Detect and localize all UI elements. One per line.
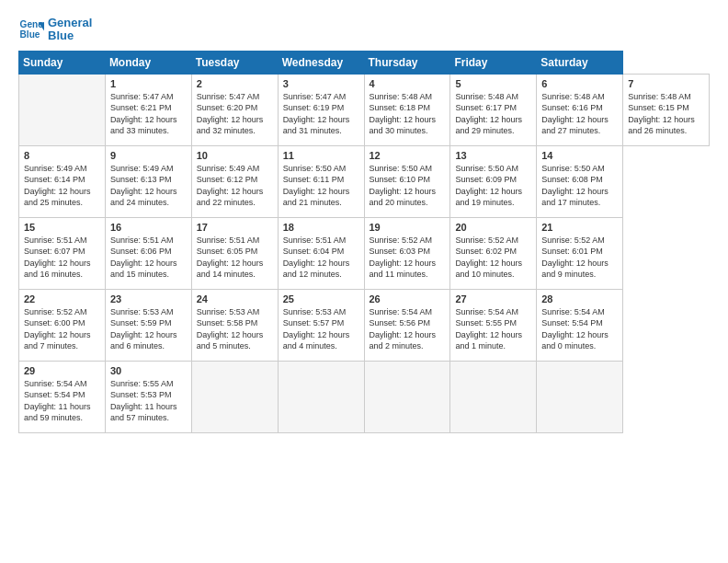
calendar-cell bbox=[19, 74, 106, 145]
day-number: 26 bbox=[370, 293, 446, 304]
calendar-week-3: 15Sunrise: 5:51 AMSunset: 6:07 PMDayligh… bbox=[19, 217, 710, 289]
day-number: 16 bbox=[110, 222, 187, 233]
day-info: Sunrise: 5:49 AMSunset: 6:13 PMDaylight:… bbox=[110, 163, 187, 209]
day-number: 10 bbox=[197, 150, 273, 161]
calendar-header-wednesday: Wednesday bbox=[278, 51, 364, 74]
calendar-week-1: 1Sunrise: 5:47 AMSunset: 6:21 PMDaylight… bbox=[19, 74, 710, 145]
calendar-header-saturday: Saturday bbox=[537, 51, 623, 74]
day-info: Sunrise: 5:48 AMSunset: 6:18 PMDaylight:… bbox=[370, 91, 446, 137]
day-info: Sunrise: 5:51 AMSunset: 6:04 PMDaylight:… bbox=[283, 235, 359, 281]
day-info: Sunrise: 5:54 AMSunset: 5:54 PMDaylight:… bbox=[541, 306, 618, 352]
calendar-header-tuesday: Tuesday bbox=[191, 51, 278, 74]
calendar-header-friday: Friday bbox=[450, 51, 537, 74]
day-info: Sunrise: 5:52 AMSunset: 6:00 PMDaylight:… bbox=[24, 306, 100, 352]
day-info: Sunrise: 5:47 AMSunset: 6:19 PMDaylight:… bbox=[283, 91, 359, 137]
calendar-header-sunday: Sunday bbox=[19, 51, 106, 74]
logo-line1: General bbox=[48, 17, 92, 29]
day-number: 28 bbox=[541, 293, 618, 304]
day-info: Sunrise: 5:47 AMSunset: 6:21 PMDaylight:… bbox=[110, 91, 187, 137]
calendar-table: SundayMondayTuesdayWednesdayThursdayFrid… bbox=[18, 51, 710, 433]
day-info: Sunrise: 5:54 AMSunset: 5:55 PMDaylight:… bbox=[455, 306, 531, 352]
calendar-week-5: 29Sunrise: 5:54 AMSunset: 5:54 PMDayligh… bbox=[19, 361, 710, 432]
calendar-cell bbox=[537, 361, 623, 432]
day-info: Sunrise: 5:48 AMSunset: 6:15 PMDaylight:… bbox=[628, 91, 704, 137]
calendar-cell: 3Sunrise: 5:47 AMSunset: 6:19 PMDaylight… bbox=[278, 74, 364, 145]
day-info: Sunrise: 5:50 AMSunset: 6:11 PMDaylight:… bbox=[283, 163, 359, 209]
day-info: Sunrise: 5:55 AMSunset: 5:53 PMDaylight:… bbox=[110, 378, 187, 424]
day-number: 14 bbox=[541, 150, 618, 161]
day-number: 23 bbox=[110, 293, 187, 304]
day-info: Sunrise: 5:51 AMSunset: 6:05 PMDaylight:… bbox=[197, 235, 273, 281]
day-number: 6 bbox=[541, 78, 618, 89]
day-number: 27 bbox=[455, 293, 531, 304]
day-number: 9 bbox=[110, 150, 187, 161]
day-info: Sunrise: 5:53 AMSunset: 5:59 PMDaylight:… bbox=[110, 306, 187, 352]
day-number: 7 bbox=[628, 78, 704, 89]
calendar-cell: 12Sunrise: 5:50 AMSunset: 6:10 PMDayligh… bbox=[364, 145, 450, 217]
header: General Blue General Blue bbox=[18, 17, 710, 43]
calendar-week-4: 22Sunrise: 5:52 AMSunset: 6:00 PMDayligh… bbox=[19, 289, 710, 361]
day-number: 12 bbox=[370, 150, 446, 161]
calendar-cell: 9Sunrise: 5:49 AMSunset: 6:13 PMDaylight… bbox=[105, 145, 191, 217]
day-info: Sunrise: 5:52 AMSunset: 6:02 PMDaylight:… bbox=[455, 235, 531, 281]
day-number: 1 bbox=[110, 78, 187, 89]
calendar-cell: 27Sunrise: 5:54 AMSunset: 5:55 PMDayligh… bbox=[450, 289, 537, 361]
calendar-cell: 10Sunrise: 5:49 AMSunset: 6:12 PMDayligh… bbox=[191, 145, 278, 217]
calendar-header-thursday: Thursday bbox=[364, 51, 450, 74]
calendar-cell: 22Sunrise: 5:52 AMSunset: 6:00 PMDayligh… bbox=[19, 289, 106, 361]
calendar-cell bbox=[450, 361, 537, 432]
day-info: Sunrise: 5:51 AMSunset: 6:06 PMDaylight:… bbox=[110, 235, 187, 281]
calendar-cell bbox=[278, 361, 364, 432]
day-info: Sunrise: 5:49 AMSunset: 6:12 PMDaylight:… bbox=[197, 163, 273, 209]
calendar-cell: 6Sunrise: 5:48 AMSunset: 6:16 PMDaylight… bbox=[537, 74, 623, 145]
day-number: 21 bbox=[541, 222, 618, 233]
day-number: 5 bbox=[455, 78, 531, 89]
logo-line2: Blue bbox=[48, 29, 92, 42]
calendar-cell: 23Sunrise: 5:53 AMSunset: 5:59 PMDayligh… bbox=[105, 289, 191, 361]
calendar-cell: 13Sunrise: 5:50 AMSunset: 6:09 PMDayligh… bbox=[450, 145, 537, 217]
day-info: Sunrise: 5:54 AMSunset: 5:54 PMDaylight:… bbox=[24, 378, 100, 424]
svg-text:Blue: Blue bbox=[20, 30, 40, 40]
day-info: Sunrise: 5:50 AMSunset: 6:08 PMDaylight:… bbox=[541, 163, 618, 209]
calendar-cell: 1Sunrise: 5:47 AMSunset: 6:21 PMDaylight… bbox=[105, 74, 191, 145]
calendar-cell: 15Sunrise: 5:51 AMSunset: 6:07 PMDayligh… bbox=[19, 217, 106, 289]
calendar-cell: 25Sunrise: 5:53 AMSunset: 5:57 PMDayligh… bbox=[278, 289, 364, 361]
calendar-cell: 26Sunrise: 5:54 AMSunset: 5:56 PMDayligh… bbox=[364, 289, 450, 361]
day-number: 8 bbox=[24, 150, 100, 161]
calendar-cell: 16Sunrise: 5:51 AMSunset: 6:06 PMDayligh… bbox=[105, 217, 191, 289]
day-info: Sunrise: 5:49 AMSunset: 6:14 PMDaylight:… bbox=[24, 163, 100, 209]
calendar-cell: 8Sunrise: 5:49 AMSunset: 6:14 PMDaylight… bbox=[19, 145, 106, 217]
day-number: 2 bbox=[197, 78, 273, 89]
calendar-cell: 17Sunrise: 5:51 AMSunset: 6:05 PMDayligh… bbox=[191, 217, 278, 289]
day-number: 29 bbox=[24, 365, 100, 376]
day-number: 20 bbox=[455, 222, 531, 233]
day-number: 11 bbox=[283, 150, 359, 161]
calendar-cell bbox=[191, 361, 278, 432]
day-number: 25 bbox=[283, 293, 359, 304]
day-number: 18 bbox=[283, 222, 359, 233]
day-number: 4 bbox=[370, 78, 446, 89]
day-info: Sunrise: 5:52 AMSunset: 6:01 PMDaylight:… bbox=[541, 235, 618, 281]
day-number: 13 bbox=[455, 150, 531, 161]
calendar-cell: 18Sunrise: 5:51 AMSunset: 6:04 PMDayligh… bbox=[278, 217, 364, 289]
calendar-week-2: 8Sunrise: 5:49 AMSunset: 6:14 PMDaylight… bbox=[19, 145, 710, 217]
calendar-cell: 14Sunrise: 5:50 AMSunset: 6:08 PMDayligh… bbox=[537, 145, 623, 217]
day-info: Sunrise: 5:50 AMSunset: 6:09 PMDaylight:… bbox=[455, 163, 531, 209]
calendar-cell: 5Sunrise: 5:48 AMSunset: 6:17 PMDaylight… bbox=[450, 74, 537, 145]
day-info: Sunrise: 5:48 AMSunset: 6:17 PMDaylight:… bbox=[455, 91, 531, 137]
day-number: 19 bbox=[370, 222, 446, 233]
day-number: 15 bbox=[24, 222, 100, 233]
calendar-cell: 2Sunrise: 5:47 AMSunset: 6:20 PMDaylight… bbox=[191, 74, 278, 145]
calendar-cell: 24Sunrise: 5:53 AMSunset: 5:58 PMDayligh… bbox=[191, 289, 278, 361]
day-info: Sunrise: 5:51 AMSunset: 6:07 PMDaylight:… bbox=[24, 235, 100, 281]
calendar-cell: 29Sunrise: 5:54 AMSunset: 5:54 PMDayligh… bbox=[19, 361, 106, 432]
calendar-cell: 19Sunrise: 5:52 AMSunset: 6:03 PMDayligh… bbox=[364, 217, 450, 289]
day-info: Sunrise: 5:48 AMSunset: 6:16 PMDaylight:… bbox=[541, 91, 618, 137]
day-info: Sunrise: 5:53 AMSunset: 5:58 PMDaylight:… bbox=[197, 306, 273, 352]
page: General Blue General Blue SundayMondayTu… bbox=[0, 0, 728, 563]
calendar-cell: 30Sunrise: 5:55 AMSunset: 5:53 PMDayligh… bbox=[105, 361, 191, 432]
calendar-cell: 20Sunrise: 5:52 AMSunset: 6:02 PMDayligh… bbox=[450, 217, 537, 289]
logo-icon: General Blue bbox=[18, 17, 44, 42]
calendar-cell: 21Sunrise: 5:52 AMSunset: 6:01 PMDayligh… bbox=[537, 217, 623, 289]
day-number: 24 bbox=[197, 293, 273, 304]
